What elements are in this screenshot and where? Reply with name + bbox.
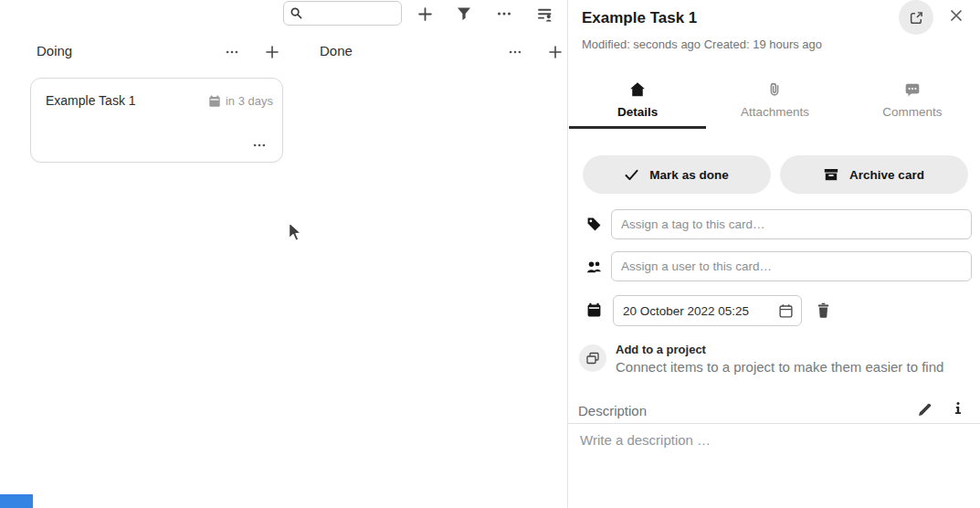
tab-comments[interactable]: Comments <box>844 76 980 129</box>
paperclip-icon <box>766 81 783 98</box>
board-menu-button[interactable] <box>492 2 516 26</box>
add-to-project-subtitle: Connect items to a project to make them … <box>616 359 943 375</box>
column-title: Doing <box>37 43 72 58</box>
divider <box>568 423 980 424</box>
column-menu-button[interactable] <box>220 40 244 64</box>
close-icon <box>949 8 964 23</box>
edit-description-button[interactable] <box>914 399 934 419</box>
accent-rect <box>0 494 33 508</box>
add-to-project-title: Add to a project <box>616 343 706 356</box>
calendar-icon <box>208 95 221 108</box>
calendar-icon <box>586 302 602 318</box>
panel-title: Example Task 1 <box>582 9 697 27</box>
description-placeholder[interactable]: Write a description … <box>580 432 711 448</box>
add-card-to-column-button[interactable] <box>543 40 567 64</box>
card-due-badge: in 3 days <box>208 94 273 108</box>
due-date-value: 20 October 2022 05:25 <box>623 304 773 318</box>
chat-icon <box>904 81 921 98</box>
add-to-project-button[interactable] <box>579 344 606 372</box>
add-card-button[interactable] <box>413 2 437 26</box>
assign-tag-input[interactable] <box>611 209 972 239</box>
mark-as-done-button[interactable]: Mark as done <box>583 155 771 194</box>
stacked-windows-icon <box>585 351 600 365</box>
archive-card-button[interactable]: Archive card <box>780 155 968 194</box>
card-due-text: in 3 days <box>226 94 273 108</box>
date-picker-button[interactable] <box>778 303 794 319</box>
app-window: Doing Example Task 1 in 3 days <box>0 0 980 508</box>
column-menu-button[interactable] <box>503 40 527 64</box>
info-icon <box>952 401 964 416</box>
info-icon-button[interactable] <box>948 398 968 418</box>
tab-attachments[interactable]: Attachments <box>706 76 843 129</box>
tag-icon <box>586 217 602 232</box>
close-panel-button[interactable] <box>943 3 969 28</box>
tab-label: Details <box>617 105 658 119</box>
task-card[interactable]: Example Task 1 in 3 days <box>30 78 283 163</box>
users-icon <box>586 259 602 275</box>
search-input[interactable] <box>307 6 398 20</box>
tab-label: Attachments <box>741 105 809 119</box>
button-label: Archive card <box>849 168 924 182</box>
archive-icon <box>824 167 838 182</box>
add-card-to-column-button[interactable] <box>260 40 284 64</box>
trash-icon <box>816 302 831 319</box>
tab-details[interactable]: Details <box>569 76 706 129</box>
button-label: Mark as done <box>649 168 728 182</box>
mouse-cursor-icon <box>288 221 306 245</box>
description-label: Description <box>578 403 647 418</box>
card-detail-panel: Example Task 1 Modified: seconds ago Cre… <box>567 0 980 508</box>
tab-label: Comments <box>882 105 942 119</box>
kanban-board: Doing Example Task 1 in 3 days <box>0 0 567 508</box>
card-title: Example Task 1 <box>46 93 136 108</box>
panel-meta: Modified: seconds ago Created: 19 hours … <box>582 37 822 51</box>
column-title: Done <box>320 43 353 58</box>
card-assign-view-button[interactable] <box>532 2 556 26</box>
search-icon <box>290 6 303 20</box>
detail-tabs: Details Attachments Comments <box>569 76 980 129</box>
open-in-window-button[interactable] <box>899 0 933 35</box>
card-menu-button[interactable] <box>248 137 270 153</box>
pencil-icon <box>917 402 933 418</box>
external-link-icon <box>909 10 924 26</box>
calendar-outline-icon <box>778 303 794 319</box>
assign-user-input[interactable] <box>611 251 972 281</box>
remove-due-date-button[interactable] <box>814 302 832 320</box>
due-date-field[interactable]: 20 October 2022 05:25 <box>613 295 802 326</box>
filter-button[interactable] <box>452 2 476 26</box>
check-icon <box>625 169 638 181</box>
home-icon <box>629 81 646 98</box>
search-box[interactable] <box>283 1 402 26</box>
